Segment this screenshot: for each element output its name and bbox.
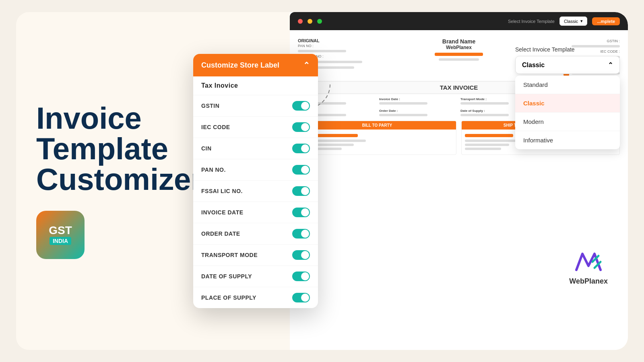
toggle-item-cin: CIN — [193, 138, 318, 159]
title-line1: Invoice — [36, 101, 142, 135]
fssai-label: FSSAI LIC NO. — [201, 188, 243, 194]
ship-line2 — [465, 144, 509, 146]
invoice-brand-name: Brand Name — [407, 38, 511, 45]
ship-orange-line — [465, 134, 513, 137]
pan-toggle[interactable] — [292, 165, 310, 175]
invoice-date-field: Invoice Date : — [379, 97, 457, 106]
app-topbar: Select Invoice Template Classic ▾ ...mpl… — [290, 12, 628, 30]
iec-label: IEC CODE — [201, 124, 230, 130]
chevron-up-icon[interactable]: ⌃ — [303, 60, 310, 70]
transport-label: TRANSPORT MODE — [201, 252, 258, 258]
transport-toggle[interactable] — [292, 250, 310, 260]
left-section: Invoice Template Customizer GST INDIA — [16, 79, 185, 283]
pan-label: PAN NO. — [201, 167, 226, 173]
dropdown-overlay: Select Invoice Template Classic ⌃ Standa… — [515, 46, 620, 149]
brand-line-gray — [439, 58, 479, 61]
place-supply-toggle[interactable] — [292, 293, 310, 302]
order-date-field-label: Order Date : — [379, 109, 457, 113]
customize-panel-container: Customize Store Label ⌃ Tax Inovice GSTI… — [193, 54, 318, 308]
invoice-original-label: ORIGINAL — [298, 38, 402, 43]
dropdown-selected[interactable]: Classic ⌃ — [515, 56, 620, 74]
main-title: Invoice Template Customizer — [36, 103, 165, 195]
webplanex-logo: WebPlanex — [569, 250, 608, 286]
order-date-field: Order Date : — [379, 109, 457, 117]
chevron-up-icon: ⌃ — [608, 61, 613, 69]
gst-text: GST — [49, 225, 72, 236]
dropdown-selected-value: Classic — [522, 62, 545, 69]
india-text: INDIA — [50, 237, 71, 245]
date-supply-label: DATE OF SUPPLY — [201, 273, 252, 280]
option-modern[interactable]: Modern — [515, 113, 620, 131]
toggle-item-pan: PAN NO. — [193, 159, 318, 181]
title-line3: Customizer — [36, 162, 203, 196]
order-date-placeholder — [379, 114, 427, 116]
gstin-toggle[interactable] — [292, 101, 310, 111]
bill-to-content — [298, 130, 456, 154]
dropdown-label: Select Invoice Template — [515, 46, 620, 53]
customize-panel: Customize Store Label ⌃ Tax Inovice GSTI… — [193, 54, 318, 308]
invoice-brand-sub: WebPlanex — [407, 45, 511, 50]
order-date-label: ORDER DATE — [201, 230, 240, 237]
ship-line3 — [465, 148, 501, 150]
app-bar-selected: Classic — [564, 19, 578, 24]
toggle-item-invoice-date: INVOICE DATE — [193, 202, 318, 223]
app-bar-btn[interactable]: ...mplete — [592, 17, 620, 25]
tax-invoice-label: Tax Inovice — [201, 82, 238, 89]
toggle-item-date-supply: DATE OF SUPPLY — [193, 266, 318, 287]
app-bar-select[interactable]: Classic ▾ — [559, 16, 587, 26]
gstin-label: GSTIN — [201, 103, 219, 109]
toggle-item-fssai: FSSAI LIC NO. — [193, 181, 318, 202]
outer-container: Invoice Template Customizer GST INDIA Cu… — [0, 0, 644, 362]
bill-to-party-box: BILL TO PARTY — [298, 121, 456, 155]
app-bar-template-label: Select Invoice Template — [508, 19, 555, 24]
transport-placeholder — [460, 102, 509, 105]
app-bar-content: Select Invoice Template Classic ▾ ...mpl… — [327, 16, 620, 26]
invoice-center: Brand Name WebPlanex — [407, 38, 511, 62]
tax-invoice-item: Tax Inovice — [193, 76, 318, 95]
invoice-date-field-label: Invoice Date : — [379, 97, 457, 101]
customize-header: Customize Store Label ⌃ — [193, 54, 318, 76]
webplanex-name: WebPlanex — [569, 277, 608, 286]
date-supply-toggle[interactable] — [292, 272, 310, 281]
gst-app-icon: GST INDIA — [36, 211, 85, 259]
title-line2: Template — [36, 132, 168, 166]
option-informative[interactable]: Informative — [515, 131, 620, 149]
dropdown-options: Standard Classic Modern Informative — [515, 76, 620, 149]
option-classic[interactable]: Classic — [515, 94, 620, 113]
brand-line-orange — [435, 53, 483, 56]
invoice-date-label: INVOICE DATE — [201, 209, 244, 216]
invoice-date-toggle[interactable] — [292, 208, 310, 217]
customize-header-label: Customize Store Label — [201, 61, 279, 70]
toggle-item-transport: TRANSPORT MODE — [193, 245, 318, 266]
toggle-item-place-supply: PLACE OF SUPPLY — [193, 287, 318, 308]
chevron-down-icon: ▾ — [580, 19, 583, 24]
dot-red — [298, 19, 303, 24]
date-supply-placeholder — [460, 114, 509, 116]
bg-panel: Select Invoice Template Classic ▾ ...mpl… — [290, 12, 628, 350]
cin-toggle[interactable] — [292, 144, 310, 153]
order-date-toggle[interactable] — [292, 229, 310, 239]
dot-green — [317, 19, 322, 24]
toggle-item-order-date: ORDER DATE — [193, 223, 318, 245]
toggle-item-iec: IEC CODE — [193, 117, 318, 138]
invoice-date-placeholder — [379, 102, 427, 105]
inner-card: Invoice Template Customizer GST INDIA Cu… — [16, 12, 628, 350]
place-supply-label: PLACE OF SUPPLY — [201, 294, 256, 301]
fssai-toggle[interactable] — [292, 186, 310, 196]
toggle-item-gstin: GSTIN — [193, 95, 318, 117]
webplanex-icon — [572, 250, 605, 274]
dot-yellow — [308, 19, 312, 24]
option-standard[interactable]: Standard — [515, 76, 620, 94]
iec-toggle[interactable] — [292, 122, 310, 132]
cin-label: CIN — [201, 145, 212, 152]
